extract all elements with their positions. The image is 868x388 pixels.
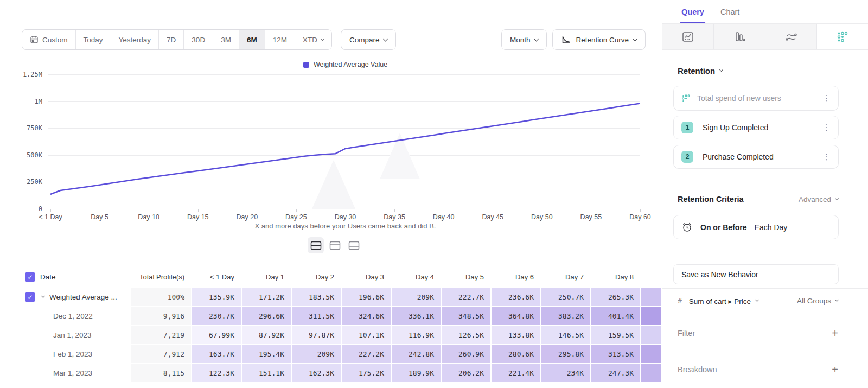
layout-header-top-icon[interactable] [327,237,343,253]
value-cell: 221.4K [492,364,540,382]
chevron-down-icon [835,196,839,200]
table-row[interactable]: Dec 1, 20229,916230.7K296.6K311.5K324.6K… [22,307,661,325]
chevron-down-icon[interactable] [41,294,45,298]
range-label: Yesterday [119,36,151,44]
range-6m[interactable]: 6M [239,30,265,49]
value-cell: 313.5K [591,345,640,363]
granularity-button[interactable]: Month [501,29,547,50]
retention-grid-icon[interactable] [817,24,868,49]
divider [662,259,868,259]
compare-button[interactable]: Compare [341,29,397,50]
add-breakdown-button[interactable]: + [832,364,838,375]
header-day-cell: Day 3 [342,268,391,287]
tab-chart[interactable]: Chart [720,0,739,23]
table-row[interactable]: Feb 1, 20237,912163.7K195.4K209K227.2K24… [22,345,661,363]
timing-card[interactable]: On or Before Each Day [673,215,839,239]
value-cell: 97.87K [292,326,341,344]
flow-icon[interactable] [765,24,817,49]
value-cell: 107.1K [342,326,391,344]
y-axis-tick-label: 1.25M [14,71,42,78]
legend-label: Weighted Average Value [314,61,387,68]
line-chart-icon[interactable] [662,24,714,49]
value-cell: 234K [541,364,590,382]
value-cell: 311.5K [292,307,341,325]
select-all-checkbox[interactable]: ✓ [25,272,35,282]
value-cell: 383.2K [541,307,590,325]
sidebar-tabs: Query Chart [662,0,868,24]
event-card-1[interactable]: 1 Sign Up Completed ⋮ [673,116,839,139]
x-axis-tick-label: Day 40 [433,213,455,221]
y-axis-tick-label: 500K [14,151,42,159]
kebab-menu-icon[interactable]: ⋮ [822,123,831,132]
value-cell: 265.3K [591,288,640,306]
retention-section-dropdown[interactable]: Retention [678,66,723,75]
chevron-down-icon [755,298,759,302]
row-label: Weighted Average ... [49,293,117,301]
value-cell: 364.8K [492,307,540,325]
header-partial-cell [641,268,661,287]
x-axis-tick [346,209,346,212]
measure-dropdown[interactable]: Sum of cart ▸ Price [689,297,758,306]
header-label: Date [40,273,56,281]
range-30d[interactable]: 30D [184,30,213,49]
range-custom[interactable]: Custom [22,30,76,49]
row-checkbox[interactable]: ✓ [25,292,35,302]
range-7d[interactable]: 7D [159,30,184,49]
value-cell: 324.6K [342,307,391,325]
bar-chart-icon[interactable] [714,24,765,49]
range-3m[interactable]: 3M [213,30,239,49]
row-label-cell: Feb 1, 2023 [22,345,130,363]
kebab-menu-icon[interactable]: ⋮ [822,93,831,103]
range-yesterday[interactable]: Yesterday [111,30,159,49]
x-axis-tick [50,209,51,212]
value-cell: 133.8K [492,326,540,344]
x-axis-tick-label: Day 20 [237,213,258,221]
retention-chart[interactable]: 1.25M1M750K500K250K0< 1 DayDay 5Day 10Da… [0,74,662,237]
range-xtd[interactable]: XTD [295,30,331,49]
chart-legend[interactable]: Weighted Average Value [50,61,640,68]
partial-value-cell [641,326,661,344]
range-label: XTD [303,36,317,44]
value-cell: 260.9K [442,345,490,363]
event-label: Purchase Completed [700,152,774,161]
table-row[interactable]: Mar 1, 20238,115122.3K151.1K162.3K175.2K… [22,364,661,382]
partial-value-cell [641,364,661,382]
layout-split-horizontal-icon[interactable] [308,237,324,253]
header-day-cell: Day 1 [242,268,291,287]
range-today[interactable]: Today [76,30,111,49]
layout-footer-bottom-icon[interactable] [346,237,362,253]
value-cell: 236.6K [492,288,540,306]
x-axis-tick-label: Day 60 [629,213,651,221]
advanced-dropdown[interactable]: Advanced [799,195,838,203]
range-12m[interactable]: 12M [265,30,295,49]
table-row[interactable]: ✓Weighted Average ...100%135.9K171.2K183… [22,288,661,306]
retention-criteria-row: Retention Criteria Advanced [678,193,838,206]
groups-dropdown[interactable]: All Groups [797,297,838,305]
header-day-cell: Day 6 [492,268,540,287]
filter-row: Filter + [678,314,838,353]
partial-value-cell [641,345,661,363]
add-filter-button[interactable]: + [832,328,838,339]
chart-style-button[interactable]: Retention Curve [552,29,646,50]
event-card-2[interactable]: 2 Purchase Completed ⋮ [673,145,839,169]
save-behavior-button[interactable]: Save as New Behavior [673,264,839,284]
header-day-cell: Day 2 [292,268,341,287]
header-date-cell: ✓Date [22,268,130,287]
retention-section-label: Retention [678,66,715,75]
row-label-cell: Dec 1, 2022 [22,307,130,325]
x-axis-tick-label: Day 45 [482,213,503,221]
granularity-label: Month [510,36,531,44]
behavior-card[interactable]: Total spend of new users ⋮ [673,86,839,111]
advanced-label: Advanced [799,195,831,203]
tab-query[interactable]: Query [681,0,704,23]
value-cell: 348.5K [442,307,490,325]
legend-swatch [303,62,309,68]
x-axis-tick [640,209,641,212]
value-cell: 296.6K [242,307,291,325]
chevron-down-icon [534,36,539,41]
table-row[interactable]: Jan 1, 20237,21967.99K87.92K97.87K107.1K… [22,326,661,344]
value-cell: 183.5K [292,288,341,306]
weighted-average-line[interactable] [50,104,640,194]
kebab-menu-icon[interactable]: ⋮ [822,152,831,162]
value-cell: 250.7K [541,288,590,306]
